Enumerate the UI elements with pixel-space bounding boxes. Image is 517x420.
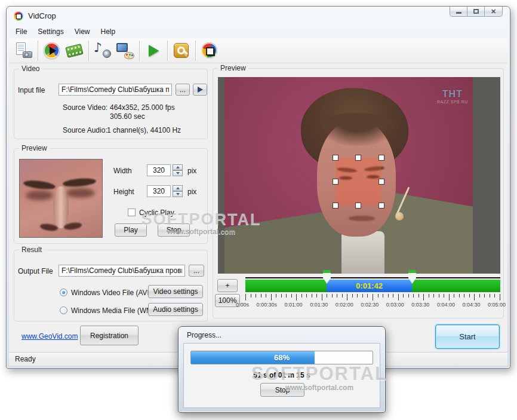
toolbar-film-button[interactable] — [63, 39, 86, 62]
close-button[interactable]: ✕ — [485, 7, 502, 16]
input-play-button[interactable] — [193, 84, 207, 96]
input-file-field[interactable] — [59, 84, 172, 96]
minimize-button[interactable] — [450, 7, 467, 16]
tv-channel-watermark: ТНТ RAZZ.SPB.RU — [437, 89, 468, 104]
toolbar-play-button[interactable] — [142, 39, 165, 62]
audio-icon: ♪ — [94, 42, 112, 60]
chevron-down-icon — [176, 172, 180, 174]
toolbar-separator — [195, 41, 196, 61]
video-group-title: Video — [19, 65, 42, 73]
menu-view[interactable]: View — [69, 26, 96, 37]
screenshot-stage: VidCrop ✕ File Settings View Help — [0, 0, 517, 420]
avi-radio[interactable] — [60, 289, 67, 296]
source-video-value-1: 464x352, 25.000 fps — [110, 103, 175, 112]
output-browse-button[interactable]: ... — [189, 265, 204, 277]
input-file-label: Input file — [18, 86, 45, 94]
tick-label: 0:03:00 — [386, 302, 404, 308]
tick-label: 0:00:30s — [257, 302, 278, 308]
toolbar-crop-button[interactable] — [198, 39, 221, 62]
toolbar: ♪ — [9, 38, 507, 63]
toolbar-display-settings-button[interactable] — [114, 39, 137, 62]
video-frame[interactable]: ТНТ RAZZ.SPB.RU — [224, 77, 473, 274]
timeline-selection[interactable]: 0:01:42 — [327, 280, 412, 292]
width-field[interactable] — [147, 164, 171, 176]
menubar: File Settings View Help — [10, 26, 121, 38]
tick-label: 0:04:30 — [462, 302, 480, 308]
toolbar-key-button[interactable] — [170, 39, 193, 62]
crop-selection[interactable] — [336, 158, 381, 206]
toolbar-separator — [139, 41, 140, 61]
crop-handle-nw[interactable] — [333, 155, 338, 161]
crop-handle-e[interactable] — [378, 179, 384, 185]
toolbar-open-file-button[interactable] — [13, 39, 35, 62]
crop-handle-w[interactable] — [333, 179, 338, 185]
timeline-ruler — [245, 294, 500, 301]
timeline-tick-labels: 0:00s 0:00:30s 0:01:00 0:01:30 0:02:00 0… — [236, 302, 506, 308]
tnt-logo-text: ТНТ — [437, 89, 468, 100]
menu-settings[interactable]: Settings — [32, 26, 69, 37]
progress-dialog-title: Progress... — [187, 331, 221, 339]
width-down-button[interactable] — [173, 170, 183, 176]
output-file-label: Output File — [18, 267, 53, 275]
status-text: Ready — [15, 355, 36, 363]
crop-icon — [201, 42, 219, 60]
monitor-group: Preview — [213, 68, 504, 318]
input-browse-button[interactable]: ... — [176, 84, 190, 96]
video-group: Video Input file ... Source Video: 464x3… — [14, 69, 208, 139]
crop-handle-n[interactable] — [355, 155, 361, 161]
registration-button[interactable]: Registration — [80, 326, 139, 345]
geovid-link[interactable]: www.GeoVid.com — [21, 332, 78, 341]
film-icon — [66, 42, 84, 60]
thumb-eye-right — [66, 188, 95, 198]
start-button[interactable]: Start — [435, 324, 500, 349]
open-file-icon — [15, 42, 33, 60]
video-settings-button[interactable]: Video settings — [148, 285, 203, 298]
audio-settings-button[interactable]: Audio settings — [148, 303, 203, 316]
height-down-button[interactable] — [173, 191, 183, 197]
window-controls: ✕ — [450, 7, 503, 17]
play-button[interactable]: Play — [115, 223, 147, 237]
crop-handle-sw[interactable] — [333, 203, 338, 209]
menu-help[interactable]: Help — [96, 26, 121, 37]
crop-handle-ne[interactable] — [378, 155, 384, 161]
source-audio-value: 1 channel(s), 44100 Hz — [107, 126, 181, 134]
monitor-group-title: Preview — [218, 64, 248, 72]
progress-detail-label: 51 s of 01 m 15 s — [184, 371, 380, 379]
cyclic-play-checkbox[interactable] — [128, 209, 136, 216]
thumb-eye-left — [26, 191, 53, 200]
tick-label: 0:03:30 — [411, 302, 429, 308]
media-player-icon — [43, 42, 61, 60]
output-file-field[interactable] — [59, 265, 185, 277]
crop-handle-s[interactable] — [355, 203, 361, 209]
titlebar[interactable]: VidCrop ✕ — [7, 7, 510, 24]
hairline — [314, 113, 401, 146]
minimize-icon — [456, 12, 461, 14]
zoom-in-button[interactable]: + — [217, 279, 238, 292]
timeline-bar[interactable]: 0:01:42 — [245, 280, 500, 292]
toolbar-audio-button[interactable]: ♪ — [91, 39, 114, 62]
selection-duration-label: 0:01:42 — [356, 281, 383, 290]
menu-file[interactable]: File — [10, 26, 32, 37]
mic-icon — [395, 212, 404, 220]
height-up-button[interactable] — [173, 185, 183, 191]
chevron-down-icon — [176, 193, 180, 195]
video-display: ТНТ RAZZ.SPB.RU — [218, 77, 500, 274]
crop-handle-se[interactable] — [378, 203, 384, 209]
toolbar-media-player-button[interactable] — [41, 39, 63, 62]
mouth — [349, 216, 375, 221]
cyclic-play-label: Cyclic Play — [139, 209, 174, 217]
height-field[interactable] — [147, 185, 171, 197]
wmv-radio[interactable] — [60, 306, 67, 314]
tick-label: 0:01:00 — [285, 302, 303, 308]
window-title: VidCrop — [28, 11, 56, 20]
toolbar-separator — [167, 41, 168, 61]
play-icon — [144, 42, 162, 60]
width-up-button[interactable] — [173, 164, 183, 170]
app-icon — [14, 11, 23, 21]
stop-button[interactable]: Stop — [158, 223, 190, 237]
progress-stop-button[interactable]: Stop — [260, 383, 304, 397]
maximize-icon — [473, 9, 479, 14]
maximize-button[interactable] — [467, 7, 485, 16]
close-icon: ✕ — [491, 8, 496, 15]
tick-label: 0:05:00 — [488, 302, 506, 308]
